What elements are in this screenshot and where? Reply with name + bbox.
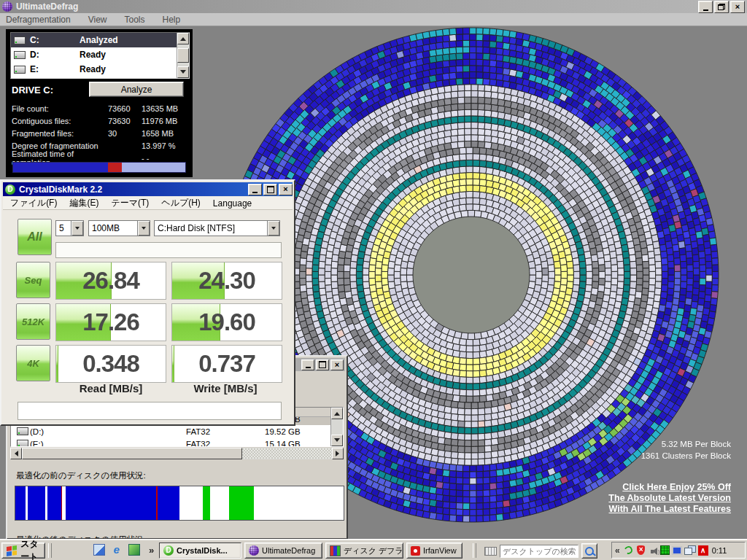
close-button[interactable]: × (279, 184, 293, 195)
drive-letter: C: (30, 35, 50, 45)
cell-capacity: 15.14 GB (265, 440, 301, 447)
minimize-button[interactable] (248, 184, 262, 195)
promo-link-3[interactable]: With All The Latest Features (608, 504, 731, 515)
drive-icon (17, 440, 28, 446)
menu-item-h[interactable]: ヘルプ(H) (161, 197, 201, 209)
bar-segment (13, 163, 108, 172)
chevron-down-icon[interactable] (137, 221, 150, 236)
start-button[interactable]: スタート (1, 542, 45, 559)
read-value: 26.84 (56, 262, 166, 299)
test-button-seq[interactable]: Seq (16, 262, 50, 298)
close-button[interactable]: × (330, 359, 344, 370)
menu-item-e[interactable]: 編集(E) (69, 197, 98, 209)
menu-item-language[interactable]: Language (213, 198, 252, 209)
scroll-right-icon[interactable] (332, 448, 344, 459)
minimize-button[interactable] (301, 359, 314, 370)
ultimatedefrag-menubar: DefragmentationViewToolsHelp (0, 13, 747, 26)
scrollbar-track[interactable] (242, 448, 332, 459)
benchmark-results: Seq26.8424.30512K17.2619.604K0.3480.737 (16, 262, 282, 383)
search-icon (585, 547, 594, 556)
quick-launch-bar (93, 544, 140, 556)
drive-list-item[interactable]: C:Analyzed (11, 33, 177, 47)
drive-list-scrollbar[interactable] (177, 33, 189, 78)
volume-row-content: (D:)FAT3219.52 GB (11, 425, 330, 438)
test-button-4k[interactable]: 4K (16, 345, 50, 381)
chevron-down-icon[interactable] (71, 221, 83, 236)
scroll-down-icon[interactable] (331, 435, 343, 446)
horizontal-scrollbar[interactable] (10, 448, 344, 459)
search-input[interactable] (500, 545, 578, 558)
dual-icon[interactable] (684, 545, 696, 555)
taskbar-grip[interactable] (48, 543, 52, 558)
search-button[interactable] (581, 543, 597, 559)
scroll-up-icon[interactable] (331, 408, 343, 419)
keyboard-icon[interactable] (484, 547, 497, 556)
volume-row[interactable]: (E:)FAT3215.14 GB (11, 438, 330, 446)
restore-button[interactable] (714, 1, 729, 13)
taskbar-button-ud[interactable]: UltimateDefrag (244, 542, 322, 559)
chevron-down-icon[interactable] (267, 221, 279, 236)
disk-usage-bar (15, 486, 344, 521)
maximize-button[interactable] (263, 184, 277, 195)
stat-row: File count:7366013635 MB (12, 102, 188, 114)
monitor-icon[interactable] (672, 546, 682, 555)
taskbar-grip[interactable] (473, 543, 476, 558)
taskbar-button-label: ディスク デフラグ... (344, 545, 403, 556)
scroll-left-icon[interactable] (10, 448, 22, 459)
grid-icon[interactable] (660, 545, 670, 555)
test-size-select[interactable]: 100MB (88, 220, 150, 236)
tray-collapse-chevron[interactable]: « (615, 545, 620, 556)
menu-item-view[interactable]: View (88, 15, 107, 25)
menu-item-t[interactable]: テーマ(T) (111, 197, 149, 209)
target-drive-select[interactable]: C:Hard Disk [NTFS] (154, 220, 280, 236)
promo-link-1[interactable]: Click Here Enjoy 25% Off (608, 482, 731, 493)
maximize-button[interactable] (316, 359, 329, 370)
system-tray: « 0:11 (611, 542, 746, 559)
stat-size: 13.997 % (142, 141, 188, 150)
speaker-icon[interactable] (649, 548, 657, 555)
drive-list: C:AnalyzedD:ReadyE:Ready (10, 32, 190, 79)
read-gauge: 0.348 (55, 345, 166, 383)
scrollbar-thumb[interactable] (22, 448, 242, 459)
scroll-up-icon[interactable] (177, 33, 189, 44)
menu-item-f[interactable]: ファイル(F) (10, 197, 57, 209)
quick-launch-more-chevron[interactable]: » (149, 545, 154, 556)
drive-list-item[interactable]: E:Ready (11, 62, 177, 77)
benchmark-row: Seq26.8424.30 (16, 262, 282, 300)
menu-item-defragmentation[interactable]: Defragmentation (6, 15, 71, 25)
analyze-button[interactable]: Analyze (89, 82, 184, 97)
close-button[interactable]: × (730, 1, 745, 13)
menu-item-help[interactable]: Help (163, 15, 181, 25)
volume-row[interactable]: (D:)FAT3219.52 GB (11, 425, 330, 438)
write-gauge: 19.60 (171, 303, 282, 341)
avira-icon[interactable] (698, 545, 708, 556)
bar-segment (47, 486, 61, 520)
write-gauge: 0.737 (171, 345, 282, 383)
taskbar-button-cdm[interactable]: CrystalDisk... (159, 542, 241, 559)
outlook-icon[interactable] (93, 544, 105, 556)
test-button-512k[interactable]: 512K (16, 303, 50, 340)
bar-segment (179, 486, 203, 520)
scroll-down-icon[interactable] (177, 66, 189, 78)
comment-field[interactable] (18, 402, 282, 420)
shield-icon[interactable] (637, 545, 645, 555)
taskbar-button-defrag[interactable]: ディスク デフラグ... (325, 542, 403, 559)
bar-segment (158, 486, 180, 520)
test-count-select[interactable]: 5 (55, 220, 84, 236)
mb-per-block-label: 5.32 MB Per Block (641, 438, 731, 450)
promo-link-2[interactable]: The Absolute Latest Version (608, 493, 731, 504)
volume-list-scrollbar[interactable] (330, 408, 343, 446)
window-title: CrystalDiskMark 2.2 (19, 184, 247, 195)
ie-icon[interactable] (111, 544, 123, 556)
taskbar-button-irfan[interactable]: IrfanView (406, 542, 462, 559)
update-icon[interactable] (623, 545, 634, 556)
read-value: 17.26 (56, 304, 166, 341)
drive-list-item[interactable]: D:Ready (11, 47, 177, 62)
cell-fs: FAT32 (186, 440, 210, 447)
scrollbar-thumb[interactable] (177, 48, 189, 63)
desktop-icon[interactable] (128, 544, 140, 556)
run-all-button[interactable]: All (18, 219, 52, 255)
taskbar-button-label: IrfanView (423, 546, 457, 555)
minimize-button[interactable] (698, 1, 713, 13)
menu-item-tools[interactable]: Tools (125, 15, 145, 25)
